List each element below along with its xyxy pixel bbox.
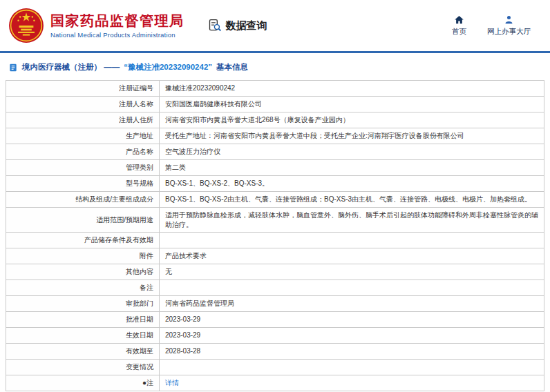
table-row: 有效期至2028-03-28 bbox=[6, 344, 544, 360]
nav-home-label: 首页 bbox=[452, 27, 466, 37]
document-icon bbox=[8, 63, 18, 72]
row-label: 管理类别 bbox=[6, 160, 160, 176]
row-value: 安阳国医扁鹊健康科技有限公司 bbox=[160, 97, 544, 112]
row-label: 注册证编号 bbox=[6, 81, 160, 97]
row-label: 批准日期 bbox=[6, 312, 160, 328]
row-label: 型号规格 bbox=[6, 176, 160, 192]
detail-link[interactable]: 详情 bbox=[165, 379, 179, 386]
info-table-body: 注册证编号豫械注准20232090242注册人名称安阳国医扁鹊健康科技有限公司注… bbox=[6, 81, 544, 391]
row-value bbox=[160, 360, 544, 375]
table-row: 注册人住所河南省安阳市内黄县帝誉大道北268号（康复设备产业园内） bbox=[6, 112, 544, 128]
table-row: 生产地址受托生产地址：河南省安阳市内黄县帝誉大道中段；受托生产企业:河南翔宇医疗… bbox=[6, 128, 544, 144]
row-label: 变更情况 bbox=[6, 360, 160, 375]
row-label: 附件 bbox=[6, 248, 160, 264]
row-label: 适用范围/预期用途 bbox=[6, 208, 160, 233]
site-logo: 国家药品监督管理局 National Medical Products Admi… bbox=[8, 8, 184, 43]
row-label: 生效日期 bbox=[6, 328, 160, 344]
header-nav: 首页 网上办事大厅 bbox=[452, 14, 542, 37]
data-query-title: 数据查询 bbox=[208, 19, 267, 32]
nav-home[interactable]: 首页 bbox=[452, 14, 466, 37]
row-value: 产品技术要求 bbox=[160, 248, 544, 264]
row-label: 结构及组成/主要组成成分 bbox=[6, 192, 160, 208]
home-icon bbox=[454, 14, 464, 25]
row-value: 适用于预防静脉血栓形成，减轻肢体水肿，脑血管意外、脑外伤、脑手术后引起的肢体功能… bbox=[160, 208, 544, 233]
table-row: 产品储存条件及有效期 bbox=[6, 233, 544, 248]
data-query-label: 数据查询 bbox=[226, 19, 267, 32]
table-row: 备注 bbox=[6, 280, 544, 296]
row-label: 产品名称 bbox=[6, 144, 160, 160]
row-label: 有效期至 bbox=[6, 344, 160, 360]
row-value: 2023-03-29 bbox=[160, 328, 544, 344]
data-query-icon bbox=[208, 19, 222, 32]
table-row: 注册证编号豫械注准20232090242 bbox=[6, 81, 544, 97]
row-label: 注册人住所 bbox=[6, 112, 160, 128]
row-value: 河南省药品监督管理局 bbox=[160, 296, 544, 312]
org-names: 国家药品监督管理局 National Medical Products Admi… bbox=[50, 13, 184, 39]
table-row: ●注详情 bbox=[6, 375, 544, 391]
national-emblem-icon bbox=[8, 8, 44, 43]
row-label: 备注 bbox=[6, 280, 160, 296]
table-row: 注册人名称安阳国医扁鹊健康科技有限公司 bbox=[6, 97, 544, 112]
nav-service-hall[interactable]: 网上办事大厅 bbox=[487, 14, 531, 37]
table-row: 型号规格BQ-XS-1、BQ-XS-2、BQ-XS-3。 bbox=[6, 176, 544, 192]
table-row: 适用范围/预期用途适用于预防静脉血栓形成，减轻肢体水肿，脑血管意外、脑外伤、脑手… bbox=[6, 208, 544, 233]
table-row: 结构及组成/主要组成成分BQ-XS-1、BQ-XS-2由主机、气囊、连接管路组成… bbox=[6, 192, 544, 208]
breadcrumb-prefix: 境内医疗器械（注册） —— bbox=[22, 62, 120, 72]
breadcrumb-suffix: 基本信息 bbox=[216, 62, 248, 72]
row-value: BQ-XS-1、BQ-XS-2由主机、气囊、连接管路组成；BQ-XS-3由主机、… bbox=[160, 192, 544, 208]
row-value: 受托生产地址：河南省安阳市内黄县帝誉大道中段；受托生产企业:河南翔宇医疗设备股份… bbox=[160, 128, 544, 144]
person-icon bbox=[504, 14, 514, 25]
org-name-en: National Medical Products Administration bbox=[50, 31, 184, 39]
row-value: 无 bbox=[160, 264, 544, 280]
table-row: 附件产品技术要求 bbox=[6, 248, 544, 264]
row-label: 审批部门 bbox=[6, 296, 160, 312]
site-header: 国家药品监督管理局 National Medical Products Admi… bbox=[0, 0, 550, 51]
breadcrumb-registration-number: “豫械注准20232090242” bbox=[124, 62, 212, 72]
row-label: ●注 bbox=[6, 375, 160, 391]
table-row: 产品名称空气波压力治疗仪 bbox=[6, 144, 544, 160]
row-label: 产品储存条件及有效期 bbox=[6, 233, 160, 248]
table-row: 其他内容无 bbox=[6, 264, 544, 280]
row-value: 河南省安阳市内黄县帝誉大道北268号（康复设备产业园内） bbox=[160, 112, 544, 128]
row-value: 详情 bbox=[160, 375, 544, 391]
row-value: 豫械注准20232090242 bbox=[160, 81, 544, 97]
row-label: 生产地址 bbox=[6, 128, 160, 144]
org-name-cn: 国家药品监督管理局 bbox=[50, 13, 184, 29]
row-value bbox=[160, 233, 544, 248]
table-row: 生效日期2023-03-29 bbox=[6, 328, 544, 344]
table-row: 批准日期2023-03-29 bbox=[6, 312, 544, 328]
row-value: BQ-XS-1、BQ-XS-2、BQ-XS-3。 bbox=[160, 176, 544, 192]
row-label: 注册人名称 bbox=[6, 97, 160, 112]
breadcrumb: 境内医疗器械（注册） —— “豫械注准20232090242” 基本信息 bbox=[0, 53, 550, 79]
table-row: 审批部门河南省药品监督管理局 bbox=[6, 296, 544, 312]
nav-service-hall-label: 网上办事大厅 bbox=[487, 27, 531, 37]
row-label: 其他内容 bbox=[6, 264, 160, 280]
table-row: 变更情况 bbox=[6, 360, 544, 375]
row-value: 第二类 bbox=[160, 160, 544, 176]
table-row: 管理类别第二类 bbox=[6, 160, 544, 176]
row-value: 2028-03-28 bbox=[160, 344, 544, 360]
row-value: 2023-03-29 bbox=[160, 312, 544, 328]
row-value: 空气波压力治疗仪 bbox=[160, 144, 544, 160]
row-value bbox=[160, 280, 544, 296]
registration-info-table: 注册证编号豫械注准20232090242注册人名称安阳国医扁鹊健康科技有限公司注… bbox=[6, 80, 544, 391]
